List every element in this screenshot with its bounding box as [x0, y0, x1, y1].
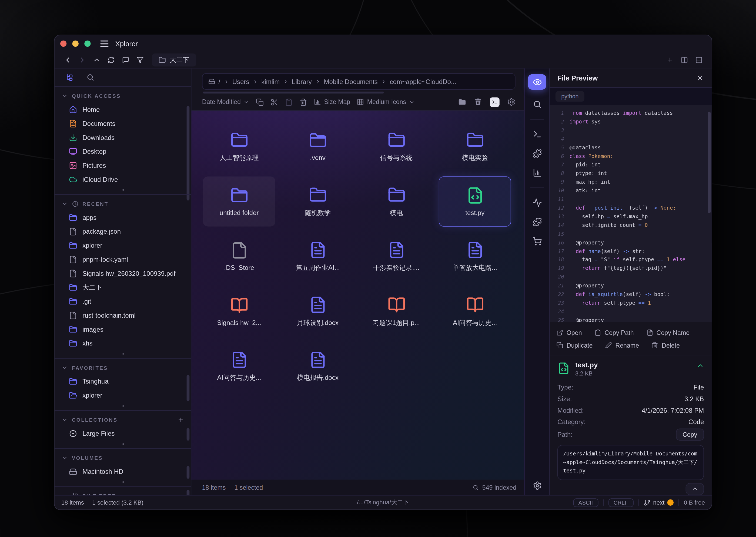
- file-tile[interactable]: 单管放大电路...: [439, 231, 511, 282]
- collection-item-large-files[interactable]: Large Files: [55, 427, 191, 440]
- file-tile[interactable]: 月球设别.docx: [281, 286, 354, 337]
- sidebar-scrollbar[interactable]: [187, 466, 190, 479]
- sidebar-scrollbar[interactable]: [187, 490, 190, 495]
- breadcrumb-segment[interactable]: Library: [292, 78, 312, 85]
- file-tile[interactable]: 第五周作业AI...: [281, 231, 354, 282]
- plugins-icon[interactable]: [532, 218, 542, 227]
- file-tile[interactable]: 人工智能原理: [203, 122, 275, 172]
- file-tile[interactable]: .DS_Store: [203, 231, 275, 282]
- recent-item[interactable]: apps: [55, 211, 191, 225]
- section-resize-handle[interactable]: [55, 351, 191, 358]
- file-tile[interactable]: 模电: [360, 176, 433, 227]
- paste-icon[interactable]: [285, 98, 293, 106]
- breadcrumb-segment[interactable]: Mobile Documents: [324, 78, 378, 85]
- section-header-quick-access[interactable]: QUICK ACCESS: [55, 89, 191, 103]
- settings-icon[interactable]: [507, 98, 515, 106]
- sidebar-item-downloads[interactable]: Downloads: [55, 131, 191, 145]
- section-header-volumes[interactable]: VOLUMES: [55, 451, 191, 465]
- zoom-window-button[interactable]: [84, 41, 91, 47]
- sidebar-item-icloud-drive[interactable]: iCloud Drive: [55, 173, 191, 186]
- file-tile[interactable]: .venv: [281, 122, 354, 172]
- terminal-icon[interactable]: [532, 130, 542, 139]
- section-header-favorites[interactable]: FAVORITES: [55, 361, 191, 375]
- back-button[interactable]: [61, 54, 74, 66]
- sidebar-scrollbar[interactable]: [187, 375, 190, 401]
- tab-current-folder[interactable]: 大二下: [152, 54, 196, 66]
- sidebar-scrollbar[interactable]: [187, 106, 190, 201]
- file-tile[interactable]: 信号与系统: [360, 122, 433, 172]
- code-preview[interactable]: 1from dataclasses import dataclass2impor…: [550, 105, 712, 322]
- minimize-window-button[interactable]: [72, 41, 79, 47]
- breadcrumb[interactable]: / Users kimlim Library Mobile Documents …: [202, 73, 516, 90]
- cut-icon[interactable]: [271, 98, 278, 106]
- extensions-icon[interactable]: [532, 149, 542, 158]
- recent-item[interactable]: pnpm-lock.yaml: [55, 253, 191, 267]
- breadcrumb-segment[interactable]: /: [218, 78, 220, 85]
- recent-item[interactable]: xplorer: [55, 238, 191, 253]
- search-icon[interactable]: [532, 100, 542, 109]
- copy-name-button[interactable]: Copy Name: [646, 326, 690, 339]
- favorite-item[interactable]: xplorer: [55, 389, 191, 402]
- copy-path-button[interactable]: Copy: [676, 429, 704, 441]
- new-tab-button[interactable]: [663, 54, 676, 66]
- sidebar-item-desktop[interactable]: Desktop: [55, 145, 191, 159]
- section-header-recent[interactable]: RECENT: [55, 197, 191, 211]
- feedback-icon[interactable]: [119, 54, 132, 66]
- recent-item[interactable]: package.json: [55, 225, 191, 239]
- store-icon[interactable]: [532, 237, 542, 246]
- preview-toggle-button[interactable]: [528, 74, 546, 90]
- activity-icon[interactable]: [532, 198, 542, 207]
- filter-icon[interactable]: [134, 54, 146, 66]
- size-map-button[interactable]: Size Map: [314, 98, 350, 105]
- copy-icon[interactable]: [256, 98, 264, 106]
- sidebar-item-home[interactable]: Home: [55, 103, 191, 117]
- delete-icon[interactable]: [300, 98, 308, 106]
- volume-item-macintosh-hd[interactable]: Macintosh HD: [55, 465, 191, 479]
- sidebar-item-documents[interactable]: Documents: [55, 117, 191, 131]
- file-tile[interactable]: 模电报告.docx: [281, 341, 354, 392]
- split-vertical-button[interactable]: [678, 54, 690, 66]
- favorite-item[interactable]: Tsinghua: [55, 375, 191, 389]
- new-folder-button[interactable]: [458, 98, 466, 106]
- duplicate-button[interactable]: Duplicate: [556, 339, 593, 351]
- terminal-button[interactable]: [490, 97, 500, 107]
- close-icon[interactable]: [696, 74, 704, 82]
- scroll-top-button[interactable]: [686, 483, 704, 495]
- settings-icon[interactable]: [532, 481, 542, 490]
- file-tile-selected[interactable]: test.py: [439, 176, 511, 227]
- rename-button[interactable]: Rename: [605, 339, 639, 351]
- git-branch-indicator[interactable]: next: [644, 499, 674, 506]
- view-mode-dropdown[interactable]: Medium Icons: [357, 98, 415, 105]
- split-horizontal-button[interactable]: [693, 54, 705, 66]
- section-header-collections[interactable]: COLLECTIONS: [55, 413, 191, 427]
- breadcrumb-segment[interactable]: Users: [232, 78, 249, 85]
- forward-button[interactable]: [76, 54, 88, 66]
- encoding-badge[interactable]: ASCII: [573, 498, 598, 507]
- file-tile[interactable]: 习题课1题目.p...: [360, 286, 433, 337]
- section-resize-handle[interactable]: [55, 479, 191, 486]
- menu-icon[interactable]: [100, 41, 108, 47]
- eol-badge[interactable]: CRLF: [608, 498, 633, 507]
- recent-item[interactable]: images: [55, 322, 191, 337]
- file-path[interactable]: /Users/kimlim/Library/Mobile Documents/c…: [557, 445, 704, 480]
- file-tree-icon[interactable]: [65, 73, 74, 82]
- breadcrumb-scrollbar[interactable]: [203, 92, 515, 94]
- delete-button[interactable]: Delete: [651, 339, 680, 351]
- sidebar-item-pictures[interactable]: Pictures: [55, 159, 191, 173]
- file-tile[interactable]: 随机数学: [281, 176, 354, 227]
- section-resize-handle[interactable]: [55, 186, 191, 194]
- file-tile[interactable]: AI问答与历史...: [203, 341, 275, 392]
- file-tile[interactable]: 干涉实验记录....: [360, 231, 433, 282]
- recent-item[interactable]: rust-toolchain.toml: [55, 309, 191, 322]
- search-icon[interactable]: [86, 73, 94, 81]
- recent-item[interactable]: 大二下: [55, 281, 191, 295]
- sort-dropdown[interactable]: Date Modified: [202, 98, 249, 105]
- file-tile-hovered[interactable]: untitled folder: [203, 176, 275, 227]
- copy-path-button[interactable]: Copy Path: [594, 326, 634, 339]
- close-window-button[interactable]: [60, 41, 66, 47]
- collapse-icon[interactable]: [697, 362, 704, 369]
- trash-button[interactable]: [474, 98, 482, 106]
- section-resize-handle[interactable]: [55, 440, 191, 448]
- add-collection-button[interactable]: [178, 416, 184, 423]
- up-button[interactable]: [90, 54, 103, 66]
